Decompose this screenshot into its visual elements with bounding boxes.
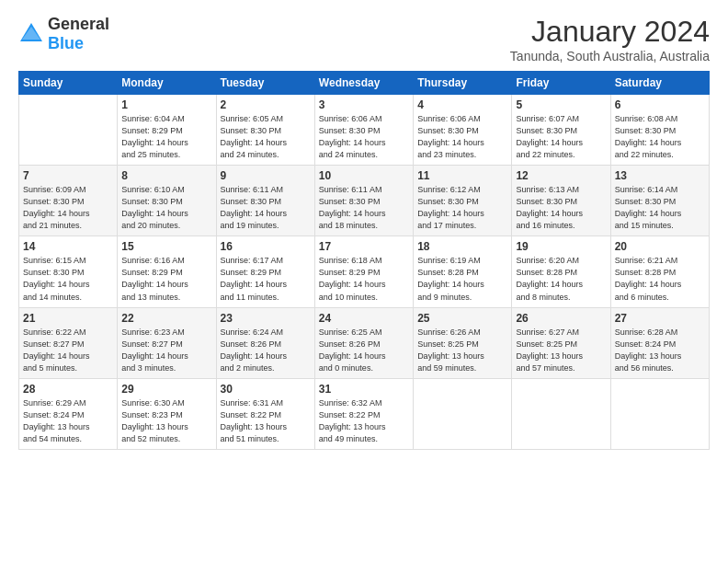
logo-icon bbox=[18, 21, 44, 47]
day-number: 7 bbox=[23, 169, 113, 182]
day-number: 11 bbox=[417, 169, 507, 182]
day-info: Sunrise: 6:06 AM Sunset: 8:30 PM Dayligh… bbox=[417, 113, 507, 161]
day-info: Sunrise: 6:14 AM Sunset: 8:30 PM Dayligh… bbox=[615, 184, 705, 232]
day-cell: 25Sunrise: 6:26 AM Sunset: 8:25 PM Dayli… bbox=[414, 307, 512, 378]
day-cell: 14Sunrise: 6:15 AM Sunset: 8:30 PM Dayli… bbox=[19, 236, 118, 307]
day-info: Sunrise: 6:17 AM Sunset: 8:29 PM Dayligh… bbox=[221, 255, 311, 303]
title-block: January 2024 Tanunda, South Australia, A… bbox=[510, 15, 710, 63]
day-cell: 10Sunrise: 6:11 AM Sunset: 8:30 PM Dayli… bbox=[314, 166, 413, 236]
day-cell bbox=[414, 378, 512, 449]
day-info: Sunrise: 6:30 AM Sunset: 8:23 PM Dayligh… bbox=[121, 397, 211, 445]
day-info: Sunrise: 6:16 AM Sunset: 8:29 PM Dayligh… bbox=[121, 255, 211, 303]
day-number: 18 bbox=[417, 240, 507, 253]
calendar-table: Sunday Monday Tuesday Wednesday Thursday… bbox=[18, 71, 710, 450]
header-row: Sunday Monday Tuesday Wednesday Thursday… bbox=[19, 72, 710, 95]
day-number: 29 bbox=[121, 383, 211, 396]
day-cell: 13Sunrise: 6:14 AM Sunset: 8:30 PM Dayli… bbox=[610, 166, 709, 236]
day-number: 1 bbox=[121, 98, 211, 111]
logo-blue: Blue bbox=[48, 34, 84, 52]
day-info: Sunrise: 6:24 AM Sunset: 8:26 PM Dayligh… bbox=[221, 327, 311, 374]
day-info: Sunrise: 6:25 AM Sunset: 8:26 PM Dayligh… bbox=[319, 327, 409, 374]
day-info: Sunrise: 6:05 AM Sunset: 8:30 PM Dayligh… bbox=[221, 113, 311, 161]
day-number: 8 bbox=[121, 169, 211, 182]
day-info: Sunrise: 6:12 AM Sunset: 8:30 PM Dayligh… bbox=[417, 184, 507, 232]
day-cell: 11Sunrise: 6:12 AM Sunset: 8:30 PM Dayli… bbox=[414, 166, 512, 236]
day-info: Sunrise: 6:31 AM Sunset: 8:22 PM Dayligh… bbox=[221, 397, 311, 445]
day-info: Sunrise: 6:21 AM Sunset: 8:28 PM Dayligh… bbox=[615, 255, 705, 303]
day-number: 31 bbox=[319, 383, 409, 396]
day-info: Sunrise: 6:18 AM Sunset: 8:29 PM Dayligh… bbox=[319, 255, 409, 303]
day-info: Sunrise: 6:20 AM Sunset: 8:28 PM Dayligh… bbox=[516, 255, 606, 303]
day-number: 20 bbox=[615, 240, 705, 253]
day-cell: 26Sunrise: 6:27 AM Sunset: 8:25 PM Dayli… bbox=[512, 307, 610, 378]
day-number: 24 bbox=[319, 312, 409, 325]
day-cell: 1Sunrise: 6:04 AM Sunset: 8:29 PM Daylig… bbox=[118, 95, 216, 166]
day-number: 16 bbox=[221, 240, 311, 253]
day-cell: 16Sunrise: 6:17 AM Sunset: 8:29 PM Dayli… bbox=[216, 236, 314, 307]
day-info: Sunrise: 6:27 AM Sunset: 8:25 PM Dayligh… bbox=[516, 327, 606, 374]
logo-text: General Blue bbox=[48, 15, 109, 53]
day-info: Sunrise: 6:15 AM Sunset: 8:30 PM Dayligh… bbox=[23, 255, 113, 303]
day-cell bbox=[610, 378, 709, 449]
svg-marker-1 bbox=[22, 27, 40, 40]
day-number: 30 bbox=[221, 383, 311, 396]
week-row-1: 1Sunrise: 6:04 AM Sunset: 8:29 PM Daylig… bbox=[19, 95, 710, 166]
day-number: 27 bbox=[615, 312, 705, 325]
header-saturday: Saturday bbox=[610, 72, 709, 95]
day-cell: 19Sunrise: 6:20 AM Sunset: 8:28 PM Dayli… bbox=[512, 236, 610, 307]
day-number: 21 bbox=[23, 312, 113, 325]
day-cell: 31Sunrise: 6:32 AM Sunset: 8:22 PM Dayli… bbox=[314, 378, 413, 449]
day-info: Sunrise: 6:11 AM Sunset: 8:30 PM Dayligh… bbox=[221, 184, 311, 232]
day-number: 26 bbox=[516, 312, 606, 325]
day-number: 12 bbox=[516, 169, 606, 182]
day-cell: 29Sunrise: 6:30 AM Sunset: 8:23 PM Dayli… bbox=[118, 378, 216, 449]
day-info: Sunrise: 6:28 AM Sunset: 8:24 PM Dayligh… bbox=[615, 327, 705, 374]
day-info: Sunrise: 6:23 AM Sunset: 8:27 PM Dayligh… bbox=[121, 327, 211, 374]
day-number: 19 bbox=[516, 240, 606, 253]
day-cell bbox=[512, 378, 610, 449]
day-info: Sunrise: 6:06 AM Sunset: 8:30 PM Dayligh… bbox=[319, 113, 409, 161]
day-cell: 21Sunrise: 6:22 AM Sunset: 8:27 PM Dayli… bbox=[19, 307, 118, 378]
week-row-2: 7Sunrise: 6:09 AM Sunset: 8:30 PM Daylig… bbox=[19, 166, 710, 236]
day-number: 25 bbox=[417, 312, 507, 325]
day-number: 15 bbox=[121, 240, 211, 253]
day-cell: 28Sunrise: 6:29 AM Sunset: 8:24 PM Dayli… bbox=[19, 378, 118, 449]
day-info: Sunrise: 6:32 AM Sunset: 8:22 PM Dayligh… bbox=[319, 397, 409, 445]
day-cell: 30Sunrise: 6:31 AM Sunset: 8:22 PM Dayli… bbox=[216, 378, 314, 449]
day-info: Sunrise: 6:04 AM Sunset: 8:29 PM Dayligh… bbox=[121, 113, 211, 161]
day-cell: 6Sunrise: 6:08 AM Sunset: 8:30 PM Daylig… bbox=[610, 95, 709, 166]
day-info: Sunrise: 6:08 AM Sunset: 8:30 PM Dayligh… bbox=[615, 113, 705, 161]
day-number: 2 bbox=[221, 98, 311, 111]
day-cell: 2Sunrise: 6:05 AM Sunset: 8:30 PM Daylig… bbox=[216, 95, 314, 166]
day-cell: 15Sunrise: 6:16 AM Sunset: 8:29 PM Dayli… bbox=[118, 236, 216, 307]
day-cell: 23Sunrise: 6:24 AM Sunset: 8:26 PM Dayli… bbox=[216, 307, 314, 378]
header: General Blue January 2024 Tanunda, South… bbox=[18, 15, 710, 63]
week-row-5: 28Sunrise: 6:29 AM Sunset: 8:24 PM Dayli… bbox=[19, 378, 710, 449]
header-tuesday: Tuesday bbox=[216, 72, 314, 95]
day-cell: 22Sunrise: 6:23 AM Sunset: 8:27 PM Dayli… bbox=[118, 307, 216, 378]
day-number: 13 bbox=[615, 169, 705, 182]
day-cell: 9Sunrise: 6:11 AM Sunset: 8:30 PM Daylig… bbox=[216, 166, 314, 236]
day-cell: 12Sunrise: 6:13 AM Sunset: 8:30 PM Dayli… bbox=[512, 166, 610, 236]
day-cell: 17Sunrise: 6:18 AM Sunset: 8:29 PM Dayli… bbox=[314, 236, 413, 307]
day-cell bbox=[19, 95, 118, 166]
week-row-4: 21Sunrise: 6:22 AM Sunset: 8:27 PM Dayli… bbox=[19, 307, 710, 378]
logo-general: General bbox=[48, 15, 109, 33]
header-thursday: Thursday bbox=[414, 72, 512, 95]
day-cell: 18Sunrise: 6:19 AM Sunset: 8:28 PM Dayli… bbox=[414, 236, 512, 307]
logo: General Blue bbox=[18, 15, 109, 53]
day-number: 14 bbox=[23, 240, 113, 253]
day-info: Sunrise: 6:22 AM Sunset: 8:27 PM Dayligh… bbox=[23, 327, 113, 374]
day-info: Sunrise: 6:09 AM Sunset: 8:30 PM Dayligh… bbox=[23, 184, 113, 232]
day-number: 5 bbox=[516, 98, 606, 111]
week-row-3: 14Sunrise: 6:15 AM Sunset: 8:30 PM Dayli… bbox=[19, 236, 710, 307]
day-number: 3 bbox=[319, 98, 409, 111]
day-cell: 20Sunrise: 6:21 AM Sunset: 8:28 PM Dayli… bbox=[610, 236, 709, 307]
day-info: Sunrise: 6:11 AM Sunset: 8:30 PM Dayligh… bbox=[319, 184, 409, 232]
day-cell: 5Sunrise: 6:07 AM Sunset: 8:30 PM Daylig… bbox=[512, 95, 610, 166]
day-cell: 4Sunrise: 6:06 AM Sunset: 8:30 PM Daylig… bbox=[414, 95, 512, 166]
day-number: 28 bbox=[23, 383, 113, 396]
day-info: Sunrise: 6:07 AM Sunset: 8:30 PM Dayligh… bbox=[516, 113, 606, 161]
day-cell: 3Sunrise: 6:06 AM Sunset: 8:30 PM Daylig… bbox=[314, 95, 413, 166]
calendar-page: General Blue January 2024 Tanunda, South… bbox=[0, 0, 728, 563]
